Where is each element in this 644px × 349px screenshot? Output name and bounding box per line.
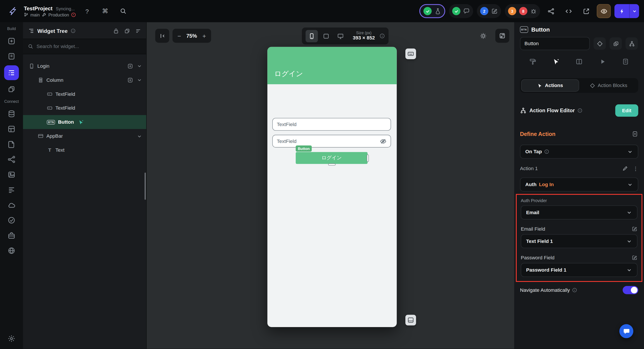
play-icon[interactable] xyxy=(599,58,606,65)
toolbox-nav-icon[interactable] xyxy=(5,229,18,242)
media-nav-icon[interactable] xyxy=(5,168,18,181)
textfield-placeholder: TextField xyxy=(277,138,296,144)
chevron-down-icon[interactable] xyxy=(137,63,142,69)
design-canvas[interactable]: − 75% + Size (px) 393 × 852 xyxy=(146,22,514,349)
action-index-label: Action 1 xyxy=(520,166,538,171)
tab-action-blocks[interactable]: Action Blocks xyxy=(580,79,637,92)
tree-item-column[interactable]: Column xyxy=(23,73,146,87)
add-widget-icon[interactable] xyxy=(127,63,133,69)
zoom-out-button[interactable]: − xyxy=(178,33,181,39)
password-field-select[interactable]: Password Field 1 xyxy=(521,263,638,277)
add-action-button[interactable] xyxy=(632,131,638,137)
search-button[interactable] xyxy=(116,4,130,18)
tab-actions[interactable]: Actions xyxy=(521,79,579,92)
tree-item-textfield-1[interactable]: TextField xyxy=(23,87,146,101)
size-label: Size (px) xyxy=(356,31,372,35)
navigate-automatically-toggle[interactable] xyxy=(623,286,638,294)
resize-handle-bottom[interactable] xyxy=(328,164,336,166)
view-code-button[interactable] xyxy=(562,4,576,18)
status-pill-comments[interactable] xyxy=(449,4,473,18)
paint-roller-icon[interactable] xyxy=(529,58,536,65)
alignment-nav-icon[interactable] xyxy=(5,184,18,196)
resize-handle-right[interactable] xyxy=(367,155,369,162)
duplicate-button[interactable] xyxy=(610,38,622,50)
action-type-prefix: Auth xyxy=(525,182,536,187)
command-palette-button[interactable]: ⌘ xyxy=(98,4,112,18)
email-field-select[interactable]: Text Field 1 xyxy=(521,234,638,248)
trigger-select[interactable]: On Tap xyxy=(520,145,638,159)
red-count-badge: 8 xyxy=(519,7,527,15)
pages-nav-icon[interactable] xyxy=(5,50,18,63)
export-button[interactable] xyxy=(579,4,593,18)
integrations-nav-icon[interactable] xyxy=(5,153,18,166)
phone-preview[interactable]: ログイン TextField TextField Button ログイン xyxy=(267,47,396,327)
more-options-icon[interactable]: ⋮ xyxy=(633,166,638,171)
add-widget-icon[interactable] xyxy=(127,77,133,83)
chevron-down-icon[interactable] xyxy=(137,77,142,82)
textfield-widget-1[interactable]: TextField xyxy=(272,118,391,131)
collapse-panel-button[interactable] xyxy=(155,29,170,43)
lock-icon[interactable] xyxy=(113,28,119,34)
run-options-chevron[interactable] xyxy=(629,4,639,18)
layout-columns-icon[interactable] xyxy=(576,58,583,65)
status-pill-issues[interactable]: 3 8 xyxy=(505,4,540,18)
add-widget-nav-icon[interactable] xyxy=(5,35,18,47)
status-pill-edits[interactable]: 2 xyxy=(477,4,501,18)
flutterflow-logo-icon[interactable] xyxy=(5,4,19,18)
edit-email-field-button[interactable] xyxy=(632,226,638,232)
cloud-nav-icon[interactable] xyxy=(5,199,18,211)
support-chat-button[interactable] xyxy=(620,324,634,338)
action-type-select[interactable]: Auth Log In xyxy=(520,178,638,192)
tree-item-textfield-2[interactable]: TextField xyxy=(23,101,146,115)
tree-item-text[interactable]: T Text xyxy=(23,143,146,157)
status-pill-tests[interactable] xyxy=(420,4,445,18)
branch-name[interactable]: main xyxy=(30,12,40,17)
document-icon[interactable] xyxy=(622,58,629,65)
localization-nav-icon[interactable] xyxy=(5,244,18,257)
environment-name[interactable]: Production xyxy=(48,12,69,17)
textfield-widget-2[interactable]: TextField xyxy=(272,135,391,148)
tree-item-appbar[interactable]: AppBar xyxy=(23,129,146,143)
visibility-off-icon[interactable] xyxy=(380,138,386,144)
appbar-widget[interactable]: ログイン xyxy=(267,47,396,84)
widget-tree-nav-icon[interactable] xyxy=(4,65,19,80)
database-nav-icon[interactable] xyxy=(5,108,18,120)
subtree-button[interactable] xyxy=(626,38,638,50)
style-diamond-button[interactable] xyxy=(594,38,606,50)
collapse-tree-icon[interactable] xyxy=(135,28,141,34)
actions-cursor-icon[interactable] xyxy=(552,58,560,65)
layers-icon[interactable] xyxy=(124,28,130,34)
keyboard-toggle-top[interactable] xyxy=(406,49,416,59)
button-widget-selected[interactable]: ログイン xyxy=(296,152,368,164)
connect-section-label: Connect xyxy=(4,99,19,104)
edit-action-flow-button[interactable]: Edit xyxy=(615,104,638,117)
tree-item-button-selected[interactable]: BTN Button xyxy=(23,115,146,129)
keyboard-toggle-bottom[interactable] xyxy=(406,315,416,325)
edit-password-field-button[interactable] xyxy=(632,255,638,260)
widget-search[interactable] xyxy=(23,39,146,54)
device-desktop-button[interactable] xyxy=(334,30,347,42)
preview-button[interactable] xyxy=(597,4,611,18)
layout-nav-icon[interactable] xyxy=(5,123,18,135)
check-circle-icon xyxy=(452,7,460,15)
auth-provider-select[interactable]: Email xyxy=(521,205,638,219)
device-tablet-button[interactable] xyxy=(320,30,332,42)
help-button[interactable]: ? xyxy=(80,4,94,18)
zoom-in-button[interactable]: + xyxy=(202,33,206,39)
checks-nav-icon[interactable] xyxy=(5,214,18,226)
widget-search-input[interactable] xyxy=(36,44,141,49)
device-phone-button[interactable] xyxy=(306,30,318,42)
documents-nav-icon[interactable] xyxy=(5,138,18,150)
api-connections-button[interactable] xyxy=(544,4,558,18)
components-nav-icon[interactable] xyxy=(5,83,18,95)
phone-icon xyxy=(29,63,34,69)
pencil-icon[interactable] xyxy=(622,166,628,171)
chevron-down-icon[interactable] xyxy=(137,133,142,139)
settings-nav-icon[interactable] xyxy=(5,332,18,344)
canvas-settings-button[interactable] xyxy=(495,29,509,43)
tree-scrollbar[interactable] xyxy=(144,173,146,200)
theme-brightness-button[interactable] xyxy=(476,29,490,43)
widget-name-input[interactable] xyxy=(520,37,590,50)
run-button[interactable] xyxy=(614,4,639,18)
tree-item-login[interactable]: Login xyxy=(23,59,146,73)
